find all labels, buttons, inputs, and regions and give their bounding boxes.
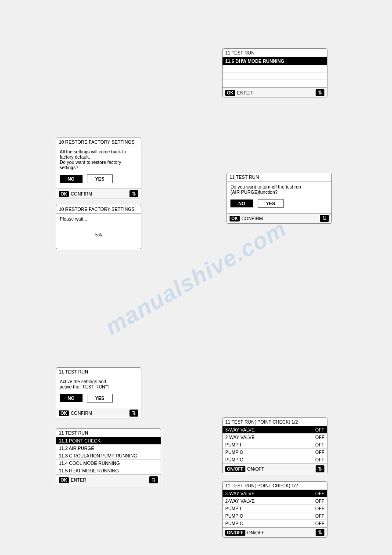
empty-row-3 <box>223 80 327 87</box>
point-check-1-value-4: OFF <box>315 450 324 455</box>
ok-button-test-run-confirm[interactable]: OK <box>230 216 240 221</box>
test-run-menu-item-3[interactable]: 11.3 CIRCULATION PUMP RUNNING <box>56 452 161 460</box>
test-run-confirm-yes[interactable]: YES <box>258 199 284 208</box>
test-run-menu-item-2[interactable]: 11.2 AIR PURGE <box>56 445 161 452</box>
point-check-1-label-2: 2-WAY VALVE <box>225 435 255 440</box>
test-run-menu-item-1[interactable]: 11.1 POINT CHECK <box>56 437 161 445</box>
point-check-1-row-5[interactable]: PUMP C OFF <box>223 456 327 464</box>
restore-wait-title: 10 RESTORE FACTORY SETTINGS <box>56 205 141 214</box>
test-run-confirm-line2: (AIR PURGE)function? <box>230 189 328 195</box>
top-right-panel-title: 11 TEST RUN <box>223 49 327 57</box>
top-right-footer: OK ENTER ⇅ <box>223 87 327 98</box>
arrow-point-check-2[interactable]: ⇅ <box>316 529 324 536</box>
point-check-1-row-2[interactable]: 2-WAY VALVE OFF <box>223 434 327 441</box>
restore-line-4: settings? <box>60 165 137 170</box>
point-check-2-row-3[interactable]: PUMP I OFF <box>223 505 327 512</box>
restore-no-button[interactable]: NO <box>60 175 83 183</box>
test-run-menu-panel: 11 TEST RUN 11.1 POINT CHECK 11.2 AIR PU… <box>56 428 161 485</box>
arrow-restore-confirm[interactable]: ⇅ <box>129 190 138 197</box>
arrow-test-run-active[interactable]: ⇅ <box>129 410 138 417</box>
point-check-1-title: 11 TEST RUN( POINT CHECK) 1/2 <box>223 418 327 426</box>
onoff-button-2[interactable]: ON/OFF <box>225 530 245 536</box>
point-check-2-label-2: 2-WAY VALVE <box>225 498 255 504</box>
top-right-selected-item: 11.6 DHW MODE RUNNING <box>223 57 327 65</box>
test-run-active-line2: active the "TEST RUN"? <box>60 384 137 389</box>
point-check-2-title: 11 TEST RUN( POINT CHECK) 1/2 <box>223 482 327 490</box>
please-wait-text: Please wait... <box>60 216 137 221</box>
test-run-menu-item-5[interactable]: 11.5 HEAT MODE RUNNING <box>56 467 161 475</box>
restore-confirm-title: 10 RESTORE FACTORY SETTINGS <box>56 138 141 146</box>
test-run-confirm-no[interactable]: NO <box>230 200 253 207</box>
point-check-1-value-2: OFF <box>315 435 324 440</box>
point-check-1-row-1[interactable]: 3-WAY VALVE OFF <box>223 426 327 434</box>
empty-row-2 <box>223 73 327 80</box>
point-check-2-value-3: OFF <box>315 506 324 511</box>
point-check-1-row-3[interactable]: PUMP I OFF <box>223 441 327 449</box>
test-run-confirm-footer: OK CONFIRM ⇅ <box>227 213 331 223</box>
restore-line-1: All the settings will come back to <box>60 149 137 154</box>
ok-button-test-run-menu[interactable]: OK <box>59 477 69 483</box>
point-check-1-label-5: PUMP C <box>225 457 243 462</box>
arrow-test-run-confirm[interactable]: ⇅ <box>320 215 329 222</box>
enter-label-test-run-menu: ENTER <box>71 477 86 482</box>
point-check-2-row-1[interactable]: 3-WAY VALVE OFF <box>223 490 327 497</box>
point-check-2-value-1: OFF <box>315 491 324 496</box>
point-check-2-value-2: OFF <box>315 498 324 504</box>
test-run-confirm-line1: Do you want to turn off the test run <box>230 184 328 189</box>
restore-line-3: Do you want to restore factory <box>60 160 137 165</box>
point-check-2-value-4: OFF <box>315 513 324 519</box>
test-run-confirm-title: 11 TEST RUN <box>227 173 331 181</box>
arrow-top-right[interactable]: ⇅ <box>316 89 324 96</box>
arrow-point-check-1[interactable]: ⇅ <box>316 465 324 472</box>
top-right-test-run-panel: 11 TEST RUN 11.6 DHW MODE RUNNING OK ENT… <box>222 48 327 98</box>
test-run-confirm-body: Do you want to turn off the test run (AI… <box>227 181 331 213</box>
onoff-button-1[interactable]: ON/OFF <box>225 466 245 472</box>
test-run-active-line1: Active the settings and <box>60 379 137 384</box>
point-check-2-label-1: 3-WAY VALVE <box>225 491 255 496</box>
ok-button-test-run-active[interactable]: OK <box>59 410 69 416</box>
restore-confirm-body: All the settings will come back to facto… <box>56 146 141 189</box>
point-check-1-label-3: PUMP I <box>225 442 241 447</box>
point-check-2-row-4[interactable]: PUMP O OFF <box>223 512 327 520</box>
progress-text: 5% <box>60 232 137 237</box>
restore-line-2: factory default. <box>60 154 137 160</box>
ok-button-top-right[interactable]: OK <box>225 90 235 96</box>
test-run-menu-item-4[interactable]: 11.4 COOL MODE RUNNING <box>56 460 161 467</box>
onoff-label-1: ON/OFF <box>247 466 265 472</box>
confirm-label-restore: CONFIRM <box>71 191 92 196</box>
point-check-1-label-4: PUMP O <box>225 450 243 455</box>
restore-confirm-footer: OK CONFIRM ⇅ <box>56 189 141 199</box>
test-run-menu-footer: OK ENTER ⇅ <box>56 475 161 485</box>
test-run-active-no[interactable]: NO <box>60 394 83 402</box>
point-check-2-row-2[interactable]: 2-WAY VALVE OFF <box>223 497 327 505</box>
ok-button-restore-confirm[interactable]: OK <box>59 191 69 197</box>
point-check-panel-2: 11 TEST RUN( POINT CHECK) 1/2 3-WAY VALV… <box>222 481 327 538</box>
point-check-2-footer: ON/OFF ON/OFF ⇅ <box>223 527 327 537</box>
test-run-active-body: Active the settings and active the "TEST… <box>56 376 141 408</box>
point-check-1-footer: ON/OFF ON/OFF ⇅ <box>223 464 327 474</box>
test-run-active-footer: OK CONFIRM ⇅ <box>56 408 141 418</box>
restore-confirm-panel: 10 RESTORE FACTORY SETTINGS All the sett… <box>56 138 141 199</box>
point-check-1-value-5: OFF <box>315 457 324 462</box>
point-check-1-value-1: OFF <box>315 427 324 432</box>
point-check-1-value-3: OFF <box>315 442 324 447</box>
point-check-2-row-5[interactable]: PUMP C OFF <box>223 520 327 527</box>
arrow-test-run-menu[interactable]: ⇅ <box>149 476 158 483</box>
restore-wait-body: Please wait... 5% <box>56 214 141 249</box>
point-check-panel-1: 11 TEST RUN( POINT CHECK) 1/2 3-WAY VALV… <box>222 417 327 474</box>
point-check-1-row-4[interactable]: PUMP O OFF <box>223 449 327 456</box>
test-run-active-yes[interactable]: YES <box>87 394 113 403</box>
enter-label-top-right: ENTER <box>237 90 253 95</box>
point-check-2-label-4: PUMP O <box>225 513 243 519</box>
test-run-confirm-panel: 11 TEST RUN Do you want to turn off the … <box>227 173 332 224</box>
restore-yes-button[interactable]: YES <box>87 174 113 183</box>
test-run-menu-title: 11 TEST RUN <box>56 429 161 437</box>
empty-row-1 <box>223 65 327 73</box>
onoff-label-2: ON/OFF <box>247 530 265 535</box>
confirm-label-test-run: CONFIRM <box>241 216 263 221</box>
test-run-active-title: 11 TEST RUN <box>56 368 141 376</box>
point-check-2-value-5: OFF <box>315 521 324 526</box>
point-check-2-label-3: PUMP I <box>225 506 241 511</box>
confirm-label-test-run-active: CONFIRM <box>71 410 92 416</box>
point-check-2-label-5: PUMP C <box>225 521 243 526</box>
